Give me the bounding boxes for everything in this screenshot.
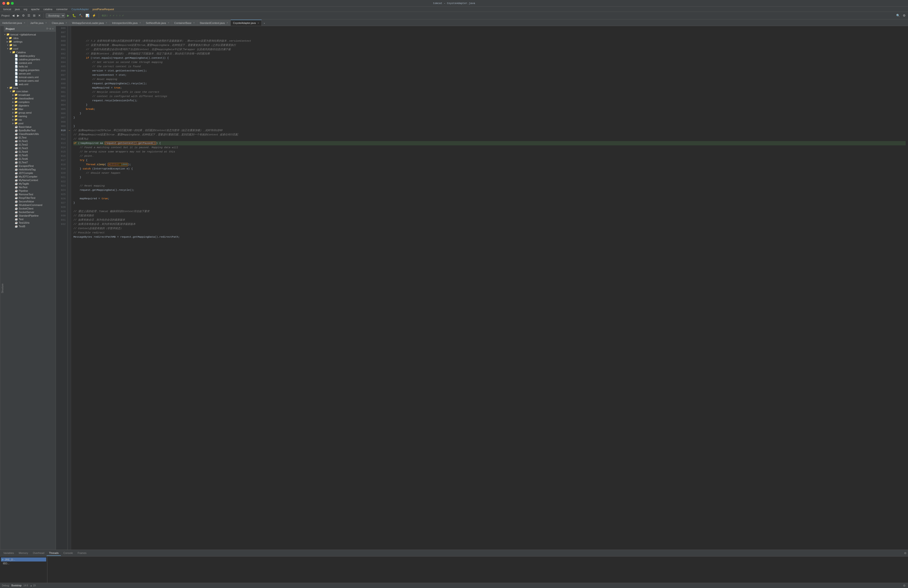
- menu-coyoteadapter[interactable]: CoyoteAdapter: [70, 7, 90, 11]
- status-settings-icon[interactable]: ⚙: [903, 583, 906, 588]
- toolbar-coverage[interactable]: 📊: [85, 13, 90, 18]
- settings-icon[interactable]: ⚙: [50, 27, 51, 31]
- tree-item[interactable]: ☕ELTest4: [4, 150, 56, 153]
- menu-org[interactable]: org: [22, 7, 29, 11]
- close-button[interactable]: [2, 2, 5, 5]
- toolbar-close-tab[interactable]: ✕: [37, 13, 42, 18]
- tree-item[interactable]: ☕ELTest5: [4, 153, 56, 157]
- sync-icon[interactable]: ⟳: [46, 27, 48, 31]
- tree-item[interactable]: ☕Test: [4, 217, 56, 221]
- tree-item[interactable]: ▶📁compilerx: [4, 100, 56, 104]
- tree-item[interactable]: ☕ELTest1: [4, 139, 56, 143]
- tree-item[interactable]: ☕ELTest7: [4, 161, 56, 164]
- tab-webappserviceloader[interactable]: WebappServiceLoader.java ×: [70, 20, 109, 26]
- tree-item[interactable]: ☕SocketClient: [4, 207, 56, 210]
- menu-catalina[interactable]: catalina: [42, 7, 54, 11]
- tab-close-icon[interactable]: ×: [24, 21, 25, 24]
- menu-connector[interactable]: connector: [55, 7, 69, 11]
- tree-item[interactable]: ▶📁pool: [4, 121, 56, 125]
- tab-close-icon[interactable]: ×: [45, 21, 47, 24]
- run-config-dropdown[interactable]: Bootstrap: [46, 13, 65, 18]
- tree-item[interactable]: ☕MyNameContext: [4, 178, 56, 182]
- tree-item[interactable]: 📄web.xml: [4, 82, 56, 86]
- tree-item[interactable]: ☕Pipeline: [4, 189, 56, 193]
- tree-item[interactable]: ▼📁bin: [4, 43, 56, 47]
- tree-item[interactable]: ▶📁.settings: [4, 40, 56, 43]
- tab-introspectionutils[interactable]: IntrospectionUtils.java ×: [109, 20, 143, 26]
- sidebar-structure[interactable]: Structure: [1, 282, 4, 295]
- toolbar-gear[interactable]: ⚙: [902, 13, 906, 18]
- code-area[interactable]: 8868878888898908918928938948958968978988…: [56, 26, 908, 549]
- tree-item[interactable]: ▼📁tomcat ~/gitlab/tomcat: [4, 33, 56, 36]
- tree-item[interactable]: ▶📁digesterx: [4, 104, 56, 107]
- tree-item[interactable]: ☕StandardPipeline: [4, 214, 56, 217]
- tree-item[interactable]: ▼📁com.luban: [4, 90, 56, 93]
- tab-overhead[interactable]: Overhead: [31, 551, 47, 556]
- tab-close-icon[interactable]: ×: [258, 22, 259, 24]
- toolbar-search[interactable]: 🔍: [895, 13, 901, 18]
- tree-item[interactable]: ☕TestB: [4, 224, 56, 228]
- tree-item[interactable]: ☕BasicValue: [4, 125, 56, 129]
- toolbar-split[interactable]: ⊞: [32, 13, 37, 18]
- tree-item[interactable]: 📄catalina.properties: [4, 58, 56, 61]
- tree-item[interactable]: ☕ELTest6: [4, 157, 56, 161]
- tree-item[interactable]: ☕NioTest: [4, 185, 56, 189]
- tab-close-icon[interactable]: ×: [168, 21, 169, 24]
- tab-setnextrule[interactable]: SetNextRule.java ×: [143, 20, 172, 26]
- tree-item[interactable]: ▶📁nio: [4, 118, 56, 121]
- debug-button[interactable]: 🐛: [71, 13, 77, 18]
- panel-settings-icon[interactable]: ⚙: [903, 551, 907, 555]
- minimize-button[interactable]: [6, 2, 10, 5]
- tree-item[interactable]: ☕ELTest: [4, 136, 56, 139]
- menu-tomcat[interactable]: tomcat: [2, 7, 13, 11]
- tab-overflow[interactable]: ▾: [262, 21, 267, 26]
- debug-frame-item-2[interactable]: IBD...: [1, 561, 46, 565]
- tree-item[interactable]: ☕HelloWorldTag: [4, 168, 56, 171]
- tree-item[interactable]: 📄tomcat-users.xsd: [4, 79, 56, 82]
- tab-close-icon[interactable]: ×: [106, 21, 107, 24]
- tree-item[interactable]: ☕MyTaglib: [4, 182, 56, 185]
- tree-item[interactable]: ☕ShutdownCommand: [4, 203, 56, 207]
- tab-variables[interactable]: Variables: [1, 551, 16, 556]
- run-button[interactable]: ▶: [66, 13, 70, 18]
- toolbar-layout[interactable]: ☰: [27, 13, 31, 18]
- tree-item[interactable]: ☕ELTest3: [4, 146, 56, 150]
- tree-item[interactable]: 📄hello.txt: [4, 64, 56, 68]
- tree-item[interactable]: ▶📁filter: [4, 107, 56, 111]
- tab-coyoteadapter[interactable]: CoyoteAdapter.java ×: [231, 20, 262, 26]
- toolbar-settings[interactable]: ⚙: [21, 13, 26, 18]
- toolbar-back[interactable]: ◀: [11, 13, 15, 18]
- tree-item[interactable]: ▶📁classloadtest: [4, 96, 56, 100]
- tree-item[interactable]: ☕MyJDTCompiler: [4, 175, 56, 178]
- tree-item[interactable]: ☕EscapedTest: [4, 164, 56, 168]
- tree-item[interactable]: ☕RespFilterTest: [4, 196, 56, 199]
- tree-item[interactable]: ☕ClassReaderUtils: [4, 132, 56, 136]
- tab-close-icon[interactable]: ×: [66, 21, 67, 24]
- tree-item[interactable]: ☕JDTCompile: [4, 171, 56, 175]
- toolbar-profile[interactable]: ⚡: [91, 13, 97, 18]
- menu-java[interactable]: java: [13, 7, 21, 11]
- code-content[interactable]: // 7.2 在查询结果与第3步匹配的结果不相等（表明当前会话使用的不是最新版本…: [71, 26, 908, 549]
- toolbar-forward[interactable]: ▶: [16, 13, 20, 18]
- tree-item[interactable]: ☕ByteBufferTest: [4, 129, 56, 132]
- tab-containerbase[interactable]: ContainerBase ×: [172, 20, 198, 26]
- tab-close-icon[interactable]: ×: [227, 21, 228, 24]
- tree-item[interactable]: ▶📁broadcast: [4, 93, 56, 96]
- tree-item[interactable]: ☕RemoveTest: [4, 193, 56, 196]
- tree-item[interactable]: ☕SecondValue: [4, 199, 56, 203]
- tab-helloservlet[interactable]: HelloServlet.java ×: [0, 20, 28, 26]
- tab-frames[interactable]: Frames: [75, 551, 89, 556]
- tab-close-icon[interactable]: ×: [193, 21, 195, 24]
- tab-jarfile[interactable]: JarFile.java ×: [28, 20, 49, 26]
- tab-memory[interactable]: Memory: [16, 551, 31, 556]
- tree-item[interactable]: 📄server.xml: [4, 72, 56, 75]
- debug-frame-item-1[interactable]: ▶ JRE_D...: [1, 557, 46, 561]
- tree-item[interactable]: 📄catalina.policy: [4, 54, 56, 58]
- tab-standardcontext[interactable]: StandardContext.java ×: [197, 20, 231, 26]
- tree-item[interactable]: ▼📁conf: [4, 47, 56, 50]
- tab-class[interactable]: Class.java ×: [49, 20, 70, 26]
- tab-close-icon[interactable]: ×: [140, 21, 141, 24]
- menu-apache[interactable]: apache: [30, 7, 41, 11]
- menu-postparserequest[interactable]: postParseRequest: [91, 7, 116, 11]
- maximize-button[interactable]: [11, 2, 14, 5]
